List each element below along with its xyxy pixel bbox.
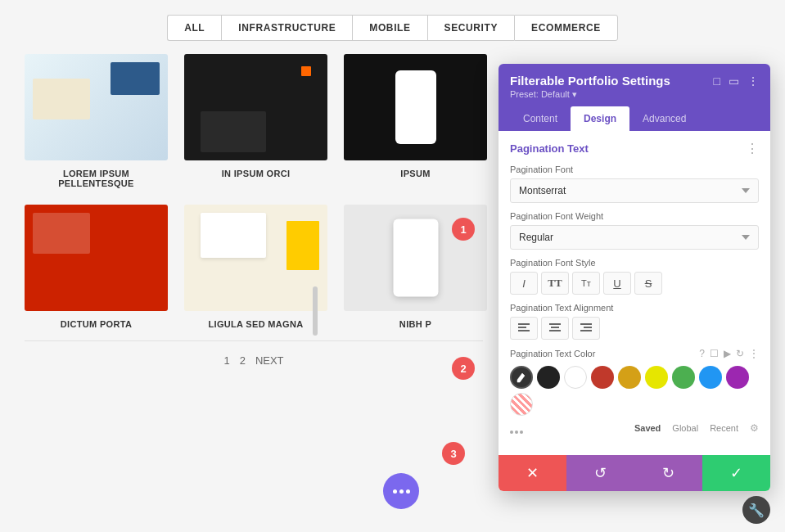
action-bar: ✕ ↺ ↻ ✓ [499, 455, 770, 491]
style-bold-button[interactable]: TT [541, 272, 569, 295]
filter-security[interactable]: SECURITY [427, 15, 514, 41]
panel-tabs: Content Design Advanced [510, 106, 759, 131]
portfolio-item-title: DICTUM PORTA [61, 319, 132, 329]
filter-ecommerce[interactable]: ECOMMERCE [514, 15, 618, 41]
panel-title: Filterable Portfolio Settings [510, 74, 670, 88]
filter-infrastructure[interactable]: INFRASTRUCTURE [221, 15, 352, 41]
color-swatch-red[interactable] [591, 366, 614, 389]
saved-label[interactable]: Saved [634, 423, 661, 433]
save-button[interactable]: ✓ [702, 455, 770, 491]
svg-rect-2 [518, 330, 530, 331]
svg-rect-1 [518, 327, 526, 328]
panel-responsive-icon[interactable]: □ [714, 74, 720, 88]
align-center-button[interactable] [541, 317, 569, 340]
portfolio-item-title: LOREM IPSUMPELLENTESQUE [58, 169, 134, 188]
style-italic-button[interactable]: I [510, 272, 538, 295]
align-right-button[interactable] [572, 317, 600, 340]
list-item: LOREM IPSUMPELLENTESQUE [25, 54, 168, 188]
color-swatch-yellow[interactable] [645, 366, 668, 389]
portfolio-thumbnail [184, 205, 327, 311]
color-cursor-icon[interactable]: ▶ [724, 348, 731, 359]
alignment-buttons [510, 317, 759, 340]
list-item: DICTUM PORTA [25, 205, 168, 329]
panel-header-icons: □ ▭ ⋮ [714, 74, 759, 88]
pagination-font-select[interactable]: Montserrat Open Sans Roboto [510, 178, 759, 203]
style-caps-button[interactable]: Tт [572, 272, 600, 295]
svg-rect-8 [580, 330, 592, 331]
panel-more-icon[interactable]: ⋮ [747, 74, 759, 88]
cancel-button[interactable]: ✕ [499, 455, 566, 491]
pagination-alignment-label: Pagination Text Alignment [510, 303, 759, 313]
pagination: 1 2 NEXT [0, 345, 483, 373]
color-row-header: Pagination Text Color ? ☐ ▶ ↻ ⋮ [510, 348, 759, 359]
scrollbar-handle[interactable] [313, 286, 318, 336]
svg-rect-7 [584, 327, 592, 328]
color-row-icons: ? ☐ ▶ ↻ ⋮ [699, 348, 759, 359]
color-dots [510, 431, 523, 434]
font-style-buttons: I TT Tт U S [510, 272, 759, 295]
page-next-link[interactable]: NEXT [255, 354, 284, 367]
list-item: IPSUM [344, 54, 487, 188]
color-swatch-orange[interactable] [618, 366, 641, 389]
settings-panel: Filterable Portfolio Settings □ ▭ ⋮ Pres… [499, 64, 770, 491]
wrench-button[interactable]: 🔧 [742, 496, 770, 524]
portfolio-thumbnail [344, 54, 487, 160]
portfolio-item-title: IPSUM [400, 169, 431, 178]
tab-design[interactable]: Design [571, 106, 629, 131]
pagination-style-label: Pagination Font Style [510, 258, 759, 268]
color-picker-swatch[interactable] [510, 366, 533, 389]
portfolio-item-title: NIBH P [399, 319, 431, 329]
section-title: Pagination Text [510, 142, 589, 155]
recent-label[interactable]: Recent [710, 423, 738, 433]
pagination-weight-select[interactable]: Regular Bold Light [510, 225, 759, 250]
page-1-link[interactable]: 1 [223, 354, 229, 367]
panel-body: Pagination Text ⋮ Pagination Font Montse… [499, 131, 770, 455]
panel-preset[interactable]: Preset: Default ▾ [510, 89, 759, 100]
page-2-link[interactable]: 2 [240, 354, 246, 367]
color-swatch-purple[interactable] [726, 366, 749, 389]
redo-button[interactable]: ↻ [634, 455, 702, 491]
portfolio-thumbnail [25, 205, 168, 311]
color-swatch-white[interactable] [564, 366, 587, 389]
portfolio-grid: LOREM IPSUMPELLENTESQUE IN IPSUM ORCI IP… [0, 54, 483, 337]
svg-rect-6 [580, 323, 592, 325]
pagination-weight-label: Pagination Font Weight [510, 211, 759, 221]
color-swatch-black[interactable] [537, 366, 560, 389]
pagination-color-label: Pagination Text Color [510, 349, 595, 358]
step-badge-1: 1 [452, 218, 475, 241]
align-left-button[interactable] [510, 317, 538, 340]
svg-rect-5 [549, 330, 561, 331]
portfolio-item-title: LIGULA SED MAGNA [208, 319, 303, 329]
svg-rect-4 [551, 327, 559, 328]
color-swatches [510, 366, 759, 416]
portfolio-thumbnail [25, 54, 168, 160]
style-underline-button[interactable]: U [603, 272, 631, 295]
color-help-icon[interactable]: ? [699, 348, 705, 359]
color-swatch-blue[interactable] [699, 366, 722, 389]
color-swatch-green[interactable] [672, 366, 695, 389]
undo-button[interactable]: ↺ [566, 455, 634, 491]
panel-expand-icon[interactable]: ▭ [729, 74, 739, 88]
style-strikethrough-button[interactable]: S [634, 272, 662, 295]
settings-gear-icon[interactable]: ⚙ [750, 422, 759, 434]
step-badge-3: 3 [442, 442, 465, 465]
list-item: LIGULA SED MAGNA [184, 205, 327, 329]
color-reset-icon[interactable]: ↻ [736, 348, 744, 359]
svg-rect-3 [549, 323, 561, 325]
step-badge-2: 2 [452, 357, 475, 380]
tab-content[interactable]: Content [510, 106, 571, 131]
list-item: IN IPSUM ORCI [184, 54, 327, 188]
floating-menu-button[interactable] [383, 473, 419, 509]
color-more-icon[interactable]: ⋮ [749, 348, 759, 359]
filter-bar: ALL INFRASTRUCTURE MOBILE SECURITY ECOMM… [0, 0, 785, 54]
section-menu-icon[interactable]: ⋮ [746, 141, 759, 156]
tab-advanced[interactable]: Advanced [629, 106, 699, 131]
pagination-font-label: Pagination Font [510, 165, 759, 174]
filter-all[interactable]: ALL [167, 15, 221, 41]
filter-mobile[interactable]: MOBILE [352, 15, 426, 41]
saved-row: Saved Global Recent ⚙ [634, 422, 759, 434]
global-label[interactable]: Global [672, 423, 698, 433]
svg-rect-0 [518, 323, 530, 325]
color-swatch-custom[interactable] [510, 393, 533, 416]
color-mobile-icon[interactable]: ☐ [710, 348, 719, 359]
